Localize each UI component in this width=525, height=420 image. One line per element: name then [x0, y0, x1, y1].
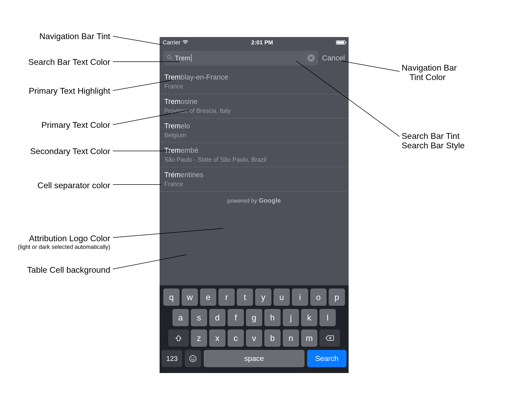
search-key[interactable]: Search: [307, 350, 346, 367]
svg-line-1: [170, 58, 172, 60]
annotation-secondary-color: Secondary Text Color: [24, 146, 110, 156]
annotation-search-text-color: Search Bar Text Color: [16, 57, 110, 67]
key-s[interactable]: s: [191, 309, 207, 326]
key-w[interactable]: w: [182, 288, 198, 306]
clock-label: 2:01 PM: [251, 39, 273, 46]
svg-point-0: [167, 55, 171, 58]
navigation-bar: Trem Cancel: [160, 48, 349, 70]
clear-button[interactable]: [307, 54, 315, 62]
annotation-primary-color: Primary Text Color: [32, 120, 110, 130]
primary-highlight: Trem: [164, 98, 181, 106]
status-bar: Carrier 2:01 PM: [160, 37, 349, 48]
annotation-search-style: Search Bar Style: [402, 141, 465, 150]
key-t[interactable]: t: [237, 288, 253, 306]
svg-point-2: [190, 355, 196, 362]
key-l[interactable]: l: [319, 309, 336, 326]
key-e[interactable]: e: [200, 288, 216, 306]
secondary-text: São Paulo - State of São Paulo, Brazil: [164, 156, 344, 163]
key-a[interactable]: a: [172, 309, 189, 326]
diagram-canvas: Carrier 2:01 PM Trem: [0, 0, 525, 420]
svg-point-3: [191, 357, 192, 358]
space-key[interactable]: space: [204, 350, 304, 367]
keyboard-row: z x c v b n m: [162, 329, 346, 347]
phone-mockup: Carrier 2:01 PM Trem: [160, 37, 349, 373]
wifi-icon: [182, 39, 188, 46]
keyboard-row: 123 space Search: [162, 350, 346, 367]
table-row[interactable]: Trémentines France: [160, 167, 349, 192]
table-row[interactable]: Tremblay-en-France France: [160, 70, 349, 94]
search-field[interactable]: Trem: [163, 51, 318, 65]
primary-highlight: Trém: [164, 171, 181, 179]
text-caret: [191, 54, 192, 62]
svg-line-13: [341, 61, 400, 71]
key-k[interactable]: k: [301, 309, 317, 326]
key-q[interactable]: q: [163, 288, 180, 306]
key-z[interactable]: z: [191, 329, 207, 347]
table-background: [160, 212, 349, 236]
key-b[interactable]: b: [264, 329, 281, 347]
annotation-nav-tint-color: Navigation Bar: [402, 63, 457, 73]
cancel-button[interactable]: Cancel: [322, 54, 345, 62]
key-g[interactable]: g: [246, 309, 262, 326]
key-f[interactable]: f: [228, 309, 244, 326]
search-input[interactable]: Trem: [175, 54, 192, 62]
google-logo: Google: [259, 197, 281, 204]
key-h[interactable]: h: [264, 309, 281, 326]
key-j[interactable]: j: [283, 309, 299, 326]
annotation-separator-color: Cell separator color: [32, 181, 110, 190]
numbers-key[interactable]: 123: [162, 350, 182, 367]
key-p[interactable]: p: [329, 288, 345, 306]
annotation-primary-highlight: Primary Text Highlight: [18, 86, 110, 96]
keyboard: q w e r t y u i o p a s d f g h j k l: [160, 285, 349, 373]
key-i[interactable]: i: [292, 288, 308, 306]
search-query-text: Trem: [175, 54, 191, 62]
emoji-key[interactable]: [185, 350, 201, 367]
shift-key[interactable]: [168, 329, 189, 347]
key-d[interactable]: d: [209, 309, 225, 326]
search-icon: [167, 55, 172, 61]
secondary-text: France: [164, 181, 344, 188]
primary-rest: blay-en-France: [181, 73, 228, 81]
attribution-label: powered by Google: [160, 192, 349, 212]
primary-highlight: Trem: [164, 146, 181, 154]
keyboard-row: q w e r t y u i o p: [162, 288, 346, 306]
annotation-cell-bg: Table Cell background: [26, 265, 110, 275]
primary-highlight: Trem: [164, 122, 181, 130]
annotation-attrib-color: Attribution Logo Color: [24, 234, 110, 243]
annotation-nav-tint: Navigation Bar Tint: [32, 32, 110, 41]
key-c[interactable]: c: [228, 329, 244, 347]
secondary-text: Province of Brescia, Italy: [164, 107, 344, 114]
key-x[interactable]: x: [209, 329, 225, 347]
battery-icon: [336, 40, 345, 45]
secondary-text: France: [164, 83, 344, 90]
key-o[interactable]: o: [310, 288, 327, 306]
table-row[interactable]: Tremosine Province of Brescia, Italy: [160, 94, 349, 118]
key-y[interactable]: y: [255, 288, 271, 306]
annotation-nav-tint-color2: Tint Color: [410, 72, 446, 82]
key-n[interactable]: n: [283, 329, 299, 347]
primary-rest: elo: [181, 122, 190, 130]
primary-rest: embé: [181, 146, 198, 154]
key-r[interactable]: r: [218, 288, 235, 306]
primary-rest: entines: [181, 171, 203, 179]
primary-rest: osine: [181, 98, 198, 106]
key-v[interactable]: v: [246, 329, 262, 347]
key-m[interactable]: m: [301, 329, 317, 347]
key-u[interactable]: u: [274, 288, 290, 306]
annotation-attrib-sub: (light or dark selected automatically): [5, 244, 110, 250]
svg-point-4: [193, 357, 195, 358]
table-row[interactable]: Tremelo Belgium: [160, 118, 349, 143]
annotation-search-tint: Search Bar Tint: [402, 131, 460, 141]
secondary-text: Belgium: [164, 132, 344, 139]
table-row[interactable]: Tremembé São Paulo - State of São Paulo,…: [160, 143, 349, 167]
results-table: Tremblay-en-France France Tremosine Prov…: [160, 70, 349, 236]
backspace-key[interactable]: [319, 329, 340, 347]
keyboard-row: a s d f g h j k l: [162, 309, 346, 326]
primary-highlight: Trem: [164, 73, 181, 81]
attribution-prefix: powered by: [227, 197, 259, 204]
svg-line-5: [113, 36, 161, 45]
carrier-label: Carrier: [163, 39, 180, 46]
